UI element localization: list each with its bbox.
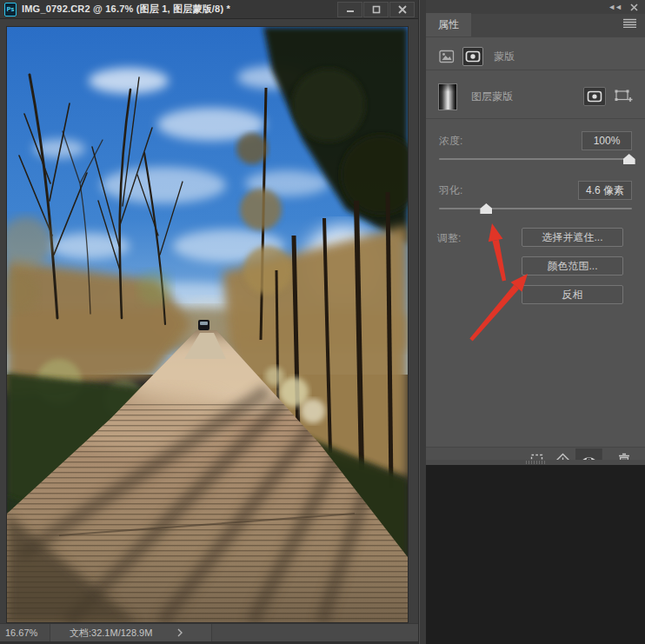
layer-mask-row: 图层蒙版 <box>426 76 645 117</box>
empty-dock-area <box>426 465 645 644</box>
density-control: 浓度: 100% <box>439 131 632 165</box>
add-vector-mask-icon[interactable] <box>614 89 633 105</box>
separator <box>426 118 645 119</box>
status-expand-icon[interactable] <box>176 628 183 637</box>
panel-close-icon[interactable] <box>630 0 638 15</box>
density-slider-thumb[interactable] <box>623 154 635 164</box>
layer-mask-thumbnail[interactable] <box>438 83 457 110</box>
select-and-mask-button[interactable]: 选择并遮住... <box>522 228 623 247</box>
dock-gap <box>419 0 426 644</box>
panel-resize-grip[interactable] <box>526 461 547 464</box>
doc-size-text: 文档:32.1M/128.9M <box>70 627 152 640</box>
distant-car <box>198 320 209 330</box>
feather-value-field[interactable]: 4.6 像素 <box>578 181 632 200</box>
adjust-buttons: 选择并遮住... 颜色范围... 反相 <box>522 228 623 314</box>
tab-properties[interactable]: 属性 <box>426 13 471 37</box>
document-title: IMG_0792.CR2 @ 16.7% (图层 1, 图层蒙版/8) * <box>22 3 230 16</box>
density-slider[interactable] <box>439 153 632 165</box>
density-slider-track[interactable] <box>439 158 632 160</box>
doc-size-field: 文档:32.1M/128.9M <box>50 624 212 641</box>
mask-mode-icon-selected[interactable] <box>462 47 483 66</box>
invert-button[interactable]: 反相 <box>522 285 623 304</box>
pixel-layer-icon[interactable] <box>438 49 455 64</box>
feather-slider-track[interactable] <box>439 208 632 209</box>
close-icon <box>398 5 407 14</box>
panel-content: 蒙版 图层蒙版 <box>426 37 645 472</box>
density-value-field[interactable]: 100% <box>582 131 632 150</box>
mask-type-row: 蒙版 <box>426 43 645 70</box>
layer-mask-label: 图层蒙版 <box>471 90 513 104</box>
feather-slider[interactable] <box>439 202 632 215</box>
adjust-label: 调整: <box>437 231 461 246</box>
document-titlebar[interactable]: Ps IMG_0792.CR2 @ 16.7% (图层 1, 图层蒙版/8) * <box>0 0 418 19</box>
color-range-button[interactable]: 颜色范围... <box>522 256 623 276</box>
panel-tabbar: 属性 <box>426 14 645 37</box>
minimize-button[interactable] <box>337 2 362 17</box>
mask-header-label: 蒙版 <box>494 50 515 64</box>
document-statusbar: 16.67% 文档:32.1M/128.9M <box>0 623 418 641</box>
panel-menu-icon[interactable] <box>623 16 636 31</box>
maximize-button[interactable] <box>363 2 389 17</box>
collapse-panel-icon[interactable]: ◄◄ <box>608 3 622 11</box>
feather-label: 羽化: <box>439 183 462 198</box>
density-label: 浓度: <box>439 134 462 149</box>
feather-slider-thumb[interactable] <box>480 203 492 214</box>
canvas-area[interactable] <box>0 19 418 623</box>
properties-panel: ◄◄ 属性 <box>426 0 645 644</box>
select-layer-mask-icon[interactable] <box>583 87 606 106</box>
photoshop-app: Ps IMG_0792.CR2 @ 16.7% (图层 1, 图层蒙版/8) * <box>0 0 645 644</box>
photo-canvas[interactable] <box>7 27 408 622</box>
panel-header-strip: ◄◄ <box>426 0 645 14</box>
window-controls <box>336 2 418 17</box>
close-button[interactable] <box>389 2 415 17</box>
minimize-icon <box>346 5 355 14</box>
separator <box>426 70 645 70</box>
document-window: Ps IMG_0792.CR2 @ 16.7% (图层 1, 图层蒙版/8) * <box>0 0 419 644</box>
zoom-level-field[interactable]: 16.67% <box>0 624 50 641</box>
feather-control: 羽化: 4.6 像素 <box>439 181 632 215</box>
forest-road-photo <box>7 27 408 622</box>
ps-file-icon: Ps <box>4 3 17 17</box>
maximize-icon <box>372 5 381 14</box>
